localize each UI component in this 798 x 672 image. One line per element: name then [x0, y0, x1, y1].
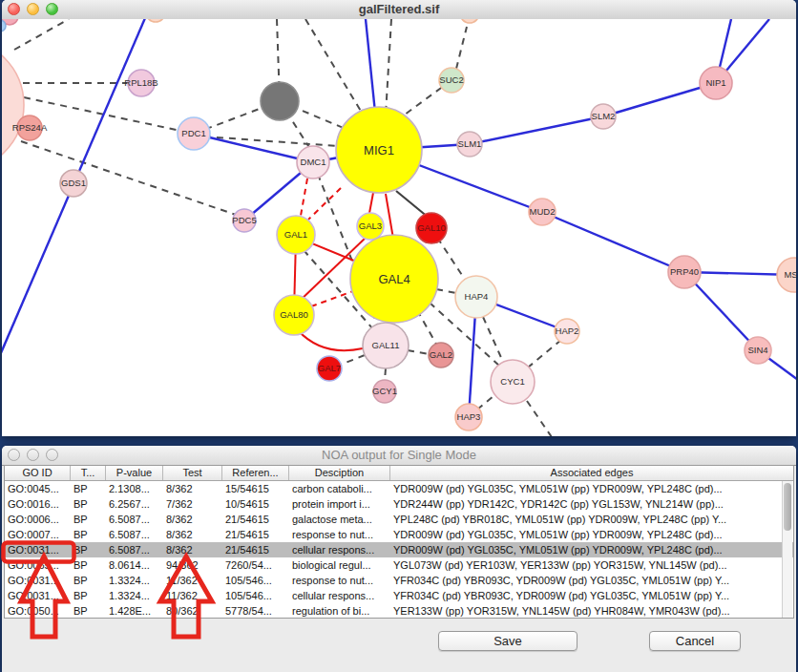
cell: 1.3324... [106, 573, 163, 588]
column-header-desciption[interactable]: Desciption [289, 466, 390, 480]
cell: 8/362 [163, 542, 222, 557]
network-window-title: galFiltered.sif [2, 0, 796, 19]
noa-window-title: NOA output for Single Mode [2, 446, 796, 465]
cell: YDR009W (pd) YGL035C, YML051W (pp) YDR00… [390, 481, 793, 496]
table-body: GO:0045...BP2.1308...8/36215/54615carbon… [5, 481, 793, 619]
table-row[interactable]: GO:0045...BP2.1308...8/36215/54615carbon… [5, 481, 793, 496]
cell: response to nut... [289, 527, 390, 542]
table-row[interactable]: GO:0031...BP1.3324...11/362105/546...res… [5, 573, 793, 588]
cell: YER133W (pp) YOR315W, YNL145W (pd) YHR08… [390, 603, 793, 619]
cell: 21/54615 [222, 542, 289, 557]
edge-dashed [385, 368, 386, 381]
edge-blue [470, 116, 603, 144]
cell: protein import i... [289, 496, 390, 512]
cell: BP [71, 496, 106, 512]
cell: response to nut... [289, 573, 390, 588]
column-header-p-value[interactable]: P-value [106, 466, 163, 480]
cell: 15/54615 [222, 481, 289, 496]
table-row[interactable]: GO:0050...BP1.428E...80/3625778/54...reg… [5, 603, 793, 619]
cell: GO:0031... [5, 573, 71, 588]
cell: YDR244W (pp) YDR142C, YDR142C (pp) YGL15… [390, 496, 793, 512]
save-button[interactable]: Save [438, 631, 578, 651]
edge-blue [194, 134, 313, 162]
cancel-button[interactable]: Cancel [649, 631, 741, 651]
column-header-test[interactable]: Test [163, 466, 222, 480]
edge-blue [603, 83, 716, 116]
top-partial-node[interactable] [460, 19, 479, 23]
table-row[interactable]: GO:0007...BP6.5087...8/36221/54615respon… [5, 527, 793, 542]
table-row[interactable]: GO:0065...BP8.0614...94/3627260/54...bio… [5, 557, 793, 573]
cell: BP [71, 573, 106, 588]
column-header-associated-edges[interactable]: Associated edges [390, 466, 793, 480]
edge-dashed [527, 401, 552, 436]
cell: GO:0031... [5, 542, 71, 557]
node-label: HAP2 [556, 326, 579, 336]
noa-output-window: NOA output for Single Mode GO IDT...P-va… [2, 446, 796, 672]
node-label: MUD2 [530, 206, 556, 217]
node-label: GAL4 [378, 272, 410, 286]
edge-blue [542, 212, 684, 272]
edge-dashed [436, 289, 456, 293]
go-results-table: GO IDT...P-valueTestReferen...Desciption… [4, 465, 794, 619]
cell: regulation of bi... [289, 603, 390, 619]
node-label: GAL1 [284, 229, 307, 240]
cell: 10/54615 [222, 496, 289, 512]
node-label: MIG1 [364, 143, 394, 158]
node-label: RPL18B [124, 77, 158, 88]
cell: YDR009W (pd) YGL035C, YML051W (pp) YDR00… [390, 527, 793, 542]
node-label: NIP1 [705, 77, 725, 88]
node-label: PRP40 [670, 266, 699, 277]
top-partial-node[interactable] [146, 19, 165, 22]
edge-dashed [14, 19, 69, 50]
cell: YPL248C (pd) YBR018C, YML051W (pp) YDR00… [390, 512, 793, 527]
cell: 8.0614... [106, 557, 163, 573]
edge-dashed [21, 141, 239, 216]
cell: GO:0065... [5, 557, 71, 573]
column-header-t[interactable]: T... [71, 466, 106, 480]
cell: BP [71, 557, 106, 573]
cell: cellular respons... [289, 542, 390, 557]
cell: 8/362 [163, 512, 222, 527]
blob-node[interactable] [2, 38, 24, 172]
cell: BP [71, 588, 106, 603]
edge-red-dashed [301, 178, 307, 216]
gray-node[interactable] [261, 82, 299, 120]
cell: galactose meta... [289, 512, 390, 527]
screenshot-root: { "network_window": { "title": "galFilte… [0, 0, 798, 672]
cell: YFR034C (pd) YBR093C, YDR009W (pd) YGL03… [390, 588, 793, 603]
cell: 6.5087... [106, 542, 163, 557]
node-label: GAL80 [280, 309, 308, 320]
table-row[interactable]: GO:0031...BP1.3324...11/362105/546...cel… [5, 588, 793, 603]
table-row-selected[interactable]: GO:0031...BP6.5087...8/36221/54615cellul… [5, 542, 793, 557]
cell: YFR034C (pd) YBR093C, YDR009W (pd) YGL03… [390, 573, 793, 588]
cell: GO:0045... [5, 481, 71, 496]
edge-dashed [305, 19, 365, 117]
cell: 21/54615 [222, 527, 289, 542]
cell: BP [71, 481, 106, 496]
edge-dashed [456, 27, 467, 69]
network-titlebar[interactable]: galFiltered.sif [2, 0, 796, 20]
cell: 11/362 [163, 588, 222, 603]
cell: 105/546... [222, 588, 289, 603]
table-row[interactable]: GO:0016...BP6.2567...7/36210/54615protei… [5, 496, 793, 512]
cell: GO:0006... [5, 512, 71, 527]
column-header-referen[interactable]: Referen... [222, 466, 289, 480]
noa-titlebar[interactable]: NOA output for Single Mode [2, 446, 796, 466]
network-canvas[interactable]: RPL18BRPS24APDC1GDS1PDC5MIG1SUC2SLM1DMC1… [2, 19, 796, 436]
cell: 21/54615 [222, 512, 289, 527]
node-label: GAL10 [417, 222, 446, 233]
table-row[interactable]: GO:0006...BP6.5087...8/36221/54615galact… [5, 512, 793, 527]
node-label: RPS24A [12, 122, 48, 133]
table-header-row: GO IDT...P-valueTestReferen...Desciption… [5, 466, 793, 481]
node-label: CYC1 [500, 376, 524, 387]
cell: BP [71, 603, 106, 619]
cell: 7260/54... [222, 557, 289, 573]
scrollbar-thumb[interactable] [784, 483, 791, 531]
node-label: GAL2 [430, 349, 452, 360]
edge-red [369, 193, 373, 213]
cell: GO:0031... [5, 588, 71, 603]
edge-dashed [477, 396, 494, 410]
cell: 94/362 [163, 557, 222, 573]
vertical-scrollbar[interactable] [782, 481, 792, 618]
column-header-go-id[interactable]: GO ID [5, 466, 71, 480]
